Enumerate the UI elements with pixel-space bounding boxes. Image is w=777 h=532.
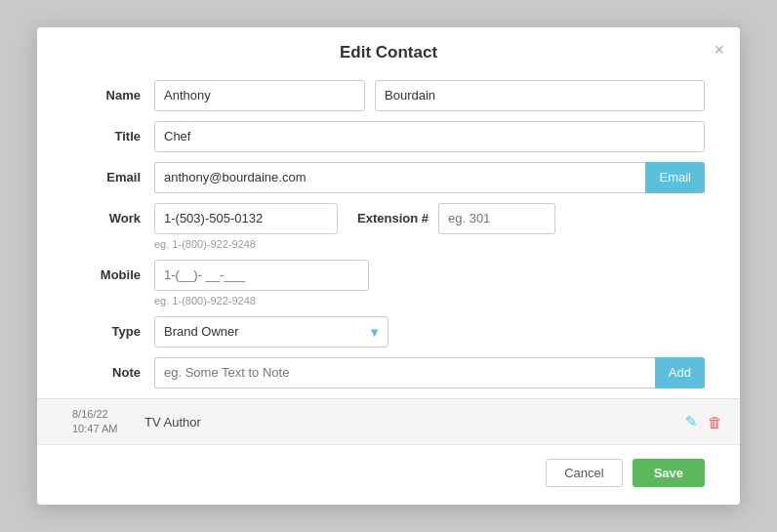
- email-label: Email: [72, 170, 141, 184]
- work-input[interactable]: [154, 203, 338, 234]
- modal-header: Edit Contact ×: [37, 27, 740, 72]
- work-row: Work Extension #: [72, 203, 705, 234]
- note-text: TV Author: [139, 415, 683, 430]
- extension-label: Extension #: [357, 211, 429, 225]
- save-button[interactable]: Save: [633, 459, 705, 487]
- mobile-hint: eg. 1-(800)-922-9248: [154, 295, 705, 307]
- type-row: Type Brand Owner Chef Manager Owner Othe…: [72, 316, 705, 348]
- close-button[interactable]: ×: [714, 41, 724, 59]
- first-name-input[interactable]: [154, 80, 365, 111]
- notes-list: 8/16/22 10:47 AM TV Author ✎ 🗑: [37, 398, 740, 446]
- email-input[interactable]: [154, 162, 645, 193]
- cancel-button[interactable]: Cancel: [546, 459, 622, 487]
- type-select-wrapper: Brand Owner Chef Manager Owner Other ▼: [154, 316, 388, 348]
- edit-note-button[interactable]: ✎: [683, 411, 700, 432]
- note-label: Note: [72, 365, 141, 380]
- mobile-label: Mobile: [72, 267, 141, 282]
- note-row: Note Add: [72, 357, 705, 389]
- work-hint: eg. 1-(800)-922-9248: [154, 238, 705, 250]
- email-row: Email Email: [72, 162, 705, 193]
- modal-title: Edit Contact: [340, 43, 437, 62]
- type-select[interactable]: Brand Owner Chef Manager Owner Other: [154, 316, 388, 348]
- note-date: 8/16/22 10:47 AM: [72, 407, 139, 437]
- type-label: Type: [72, 324, 141, 339]
- delete-note-button[interactable]: 🗑: [706, 412, 724, 432]
- mobile-input[interactable]: [154, 260, 369, 291]
- edit-contact-modal: Edit Contact × Name Title Email Email: [37, 27, 740, 506]
- form-body: Name Title Email Email Work Extens: [37, 72, 740, 389]
- modal-footer: Cancel Save: [37, 445, 740, 487]
- note-actions: ✎ 🗑: [683, 411, 724, 432]
- title-label: Title: [72, 129, 141, 143]
- title-row: Title: [72, 121, 705, 152]
- work-label: Work: [72, 211, 141, 225]
- modal-overlay: Edit Contact × Name Title Email Email: [0, 0, 777, 532]
- name-label: Name: [72, 88, 141, 102]
- title-input[interactable]: [154, 121, 705, 152]
- last-name-input[interactable]: [375, 80, 705, 111]
- note-item: 8/16/22 10:47 AM TV Author ✎ 🗑: [37, 399, 740, 446]
- email-button[interactable]: Email: [645, 162, 705, 193]
- name-row: Name: [72, 80, 705, 111]
- note-input[interactable]: [154, 357, 655, 389]
- extension-input[interactable]: [438, 203, 555, 234]
- add-note-button[interactable]: Add: [655, 357, 705, 389]
- mobile-row: Mobile: [72, 260, 705, 291]
